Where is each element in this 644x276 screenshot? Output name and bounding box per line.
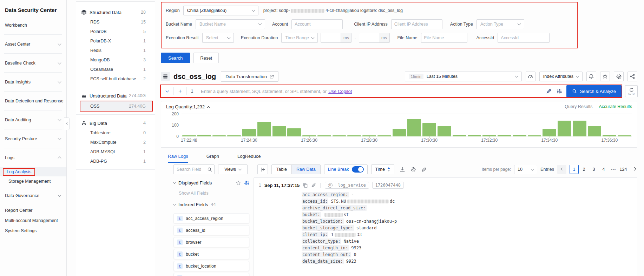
tab-logreduce[interactable]: LogReduce (237, 154, 261, 163)
accurate-results-label[interactable]: Accurate Results (599, 104, 632, 109)
display-settings-button[interactable] (410, 167, 416, 172)
sidebar-item-data-auditing[interactable]: Data Auditing (5, 115, 61, 124)
time-range-select[interactable]: Time Range (281, 33, 318, 43)
page-number-1[interactable]: 1 (570, 165, 579, 174)
log-field-bucket[interactable]: bucket: st (302, 211, 637, 218)
chart-bar-slot[interactable] (302, 114, 317, 136)
action-type-select[interactable]: Action Type (477, 19, 524, 29)
chart-bar-slot[interactable] (212, 114, 227, 136)
share-button[interactable] (627, 72, 637, 81)
sidebar-item-report-center[interactable]: Report Center (5, 206, 61, 215)
chart-bar-slot[interactable] (422, 114, 437, 136)
show-all-fields-link[interactable]: Show All Fields (179, 191, 249, 196)
field-settings-icon[interactable] (244, 180, 249, 186)
chart-bar-slot[interactable] (257, 114, 272, 136)
line-break-toggle[interactable] (352, 166, 364, 173)
use-copilot-link[interactable]: Use Copilot (328, 89, 352, 94)
star-icon[interactable] (236, 180, 241, 186)
tree-item-ecs-self-built-database[interactable]: ECS self-built database2 (76, 74, 155, 83)
chart-bar-slot[interactable] (407, 114, 422, 136)
page-number-124[interactable]: 124 (619, 165, 628, 174)
page-size-select[interactable]: 10 (514, 165, 537, 174)
tree-item-maxcompute[interactable]: MaxCompute2 (76, 137, 155, 147)
download-button[interactable] (400, 167, 405, 172)
highlight-off-button[interactable] (421, 167, 427, 172)
field-chip-browser[interactable]: tbrowser (173, 237, 249, 247)
time-range-picker[interactable]: 15min Last 15 Minutes (405, 72, 522, 81)
chart-bar-slot[interactable] (437, 114, 452, 136)
log-field-access-id[interactable]: access_id: STS.NUdc (302, 198, 637, 205)
chart-bar-slot[interactable] (272, 114, 287, 136)
chart-bar-slot[interactable] (572, 114, 587, 136)
log-field-content-length-in[interactable]: content_length_in: 9923 (302, 245, 637, 251)
log-field-bucket-storage-type[interactable]: bucket_storage_type: standard (302, 225, 637, 231)
settings-button[interactable] (614, 72, 624, 81)
query-input[interactable]: Enter a query statement, SQL statement, … (197, 85, 542, 97)
sidebar-item-baseline-check[interactable]: Baseline Check (5, 58, 61, 68)
chart-bar-slot[interactable] (347, 114, 362, 136)
tree-item-adb-pg[interactable]: ADB-PG1 (76, 156, 155, 166)
chart-bar-slot[interactable] (527, 114, 542, 136)
tree-section-big-data[interactable]: Big Data4 (76, 118, 155, 128)
field-chip-bucket-location[interactable]: tbucket_location (173, 261, 249, 271)
sidebar-item-asset-center[interactable]: Asset Center (5, 39, 61, 49)
highlight-off-icon[interactable] (546, 88, 552, 94)
log-highlight-button[interactable] (311, 183, 316, 188)
chart-bar-slot[interactable] (317, 114, 332, 136)
account-input[interactable] (291, 19, 343, 29)
auto-refresh-button[interactable]: AUTO (625, 85, 638, 97)
bucket-name-select[interactable]: Bucket Name (196, 19, 265, 29)
time-sort-control[interactable]: Time (371, 164, 394, 174)
views-select[interactable]: Views (218, 164, 248, 174)
chart-bar-slot[interactable] (226, 114, 242, 136)
duration-min-input[interactable] (321, 33, 341, 42)
raw-data-mode-button[interactable]: Raw Data (291, 165, 320, 174)
tab-graph[interactable]: Graph (206, 154, 219, 163)
sidebar-item-log-analysis[interactable]: Log Analysis (0, 167, 66, 176)
tree-section-unstructured-data[interactable]: Unstructured Data274.40G (76, 91, 155, 101)
tree-item-tablestore[interactable]: Tablestore0 (76, 128, 155, 137)
duration-max-input[interactable] (359, 33, 379, 42)
search-button[interactable]: Search (161, 53, 190, 63)
chart-bar-slot[interactable] (497, 114, 512, 136)
log-field-acc-access-region[interactable]: acc_access_region: - (302, 191, 637, 198)
tree-item-oceanbase[interactable]: OceanBase1 (76, 65, 155, 74)
chart-bar-slot[interactable] (587, 114, 602, 136)
field-chip-bucket[interactable]: tbucket (173, 249, 249, 259)
chart-bar-slot[interactable] (287, 114, 302, 136)
chart-bar-slot[interactable] (602, 114, 617, 136)
chart-bar-slot[interactable] (392, 114, 407, 136)
chart-bar-slot[interactable] (467, 114, 482, 136)
next-page-button[interactable] (631, 169, 637, 170)
chart-bar-slot[interactable] (362, 114, 377, 136)
sidebar-item-logs[interactable]: Logs (5, 153, 61, 162)
log-tag-source[interactable]: P log_service (325, 182, 369, 189)
chart-bar-slot[interactable] (197, 114, 212, 136)
file-name-input[interactable] (421, 33, 467, 43)
sidebar-item-data-insights[interactable]: Data Insights (5, 77, 61, 87)
sidebar-item-security-posture[interactable]: Security Posture (5, 134, 61, 143)
log-field-content-length-out[interactable]: content_length_out: 0 (302, 251, 637, 258)
log-field-collector-type[interactable]: collector_type: Native (302, 238, 637, 245)
chart-bar-slot[interactable] (182, 114, 197, 136)
search-field-button[interactable] (205, 165, 214, 174)
sidebar-item-multi-account-management[interactable]: Multi-account Management (5, 216, 61, 225)
chart-bar-slot[interactable] (557, 114, 572, 136)
tree-item-adb-mysql[interactable]: ADB-MYSQL1 (76, 147, 155, 156)
page-number-4[interactable]: 4 (599, 165, 608, 174)
tree-item-rds[interactable]: RDS15 (76, 17, 155, 27)
search-analyze-button[interactable]: Search & Analyze (566, 85, 622, 97)
chart-bar-slot[interactable] (482, 114, 497, 136)
field-chip-access-id[interactable]: taccess_id (173, 225, 249, 235)
page-number-2[interactable]: 2 (579, 165, 589, 174)
sidebar-collapse-handle[interactable] (64, 117, 70, 130)
collapse-fields-panel-button[interactable] (257, 164, 268, 174)
displayed-fields-header[interactable]: Displayed Fields (173, 178, 249, 187)
tree-item-oss[interactable]: OSS274.40G (80, 101, 152, 111)
region-select[interactable]: China (Zhangjiakou) (183, 6, 258, 15)
sidebar-item-data-detection-and-response[interactable]: Data Detection and Response (5, 96, 61, 106)
tree-item-polardb[interactable]: PolarDB5 (76, 27, 155, 36)
log-field-client-ip[interactable]: client_ip: 133 (302, 231, 637, 238)
query-settings-icon[interactable] (557, 88, 562, 94)
tree-item-redis[interactable]: Redis1 (76, 46, 155, 55)
